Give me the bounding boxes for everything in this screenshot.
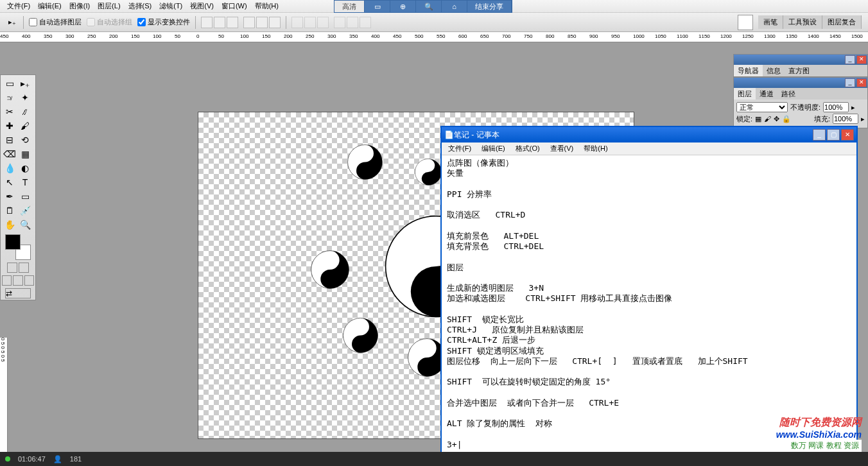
quickmask-mode[interactable]: [19, 263, 29, 273]
pen-tool[interactable]: ✒: [2, 189, 17, 203]
align-left[interactable]: [243, 17, 255, 28]
np-menu-edit[interactable]: 编辑(E): [478, 142, 509, 155]
yinyang-shape[interactable]: [347, 144, 383, 180]
align-bottom[interactable]: [227, 17, 238, 28]
notepad-close[interactable]: ✕: [841, 129, 854, 141]
marquee-tool[interactable]: ▭: [2, 76, 17, 91]
svg-point-17: [424, 365, 430, 370]
tab-tool-presets[interactable]: 工具预设: [783, 15, 822, 29]
standard-mode[interactable]: [7, 263, 17, 273]
type-tool[interactable]: T: [17, 175, 33, 189]
gradient-tool[interactable]: ▦: [17, 147, 33, 161]
notepad-textarea[interactable]: 点阵图（像素图） 矢量 PPI 分辨率 取消选区 CTRL+D 填充前景色 AL…: [442, 155, 856, 452]
notepad-minimize[interactable]: _: [813, 129, 826, 141]
tab-brushes[interactable]: 画笔: [758, 15, 783, 29]
menu-view[interactable]: 视图(V): [186, 0, 218, 12]
share-zoom-icon[interactable]: 🔍: [416, 1, 442, 12]
np-menu-format[interactable]: 格式(O): [512, 142, 544, 155]
lock-position-icon[interactable]: ✥: [774, 115, 779, 123]
align-right[interactable]: [269, 17, 281, 28]
np-menu-view[interactable]: 查看(V): [546, 142, 578, 155]
slice-tool[interactable]: ⫽: [17, 105, 33, 119]
screen-mode-3[interactable]: [24, 275, 34, 286]
share-hd-button[interactable]: 高清: [334, 1, 365, 12]
yinyang-shape[interactable]: [415, 159, 442, 186]
auto-select-group-checkbox[interactable]: 自动选择组: [87, 17, 132, 27]
shape-tool[interactable]: ▭: [17, 189, 33, 203]
dodge-tool[interactable]: ◐: [17, 161, 33, 175]
align-hcenter[interactable]: [256, 17, 268, 28]
notes-tool[interactable]: 🗒: [2, 203, 17, 218]
tab-paths[interactable]: 路径: [777, 88, 799, 99]
jump-btn[interactable]: ⇄: [5, 288, 31, 298]
hand-tool[interactable]: ✋: [2, 218, 17, 232]
np-menu-file[interactable]: 文件(F): [444, 142, 475, 155]
tab-navigator[interactable]: 导航器: [734, 65, 763, 76]
lock-transparency-icon[interactable]: ▦: [755, 115, 761, 123]
screen-mode-1[interactable]: [2, 275, 12, 286]
menu-layer[interactable]: 图层(L): [94, 0, 124, 12]
lock-pixels-icon[interactable]: 🖌: [764, 115, 771, 123]
share-end-button[interactable]: 结束分享: [467, 1, 512, 12]
menu-filter[interactable]: 滤镜(T): [155, 0, 186, 12]
tab-layer-comps[interactable]: 图层复合: [822, 15, 862, 29]
color-swatches[interactable]: [5, 234, 31, 260]
screen-mode-2[interactable]: [13, 275, 22, 286]
auto-select-layer-checkbox[interactable]: 自动选择图层: [29, 17, 82, 27]
yinyang-shape[interactable]: [311, 250, 349, 289]
dropdown-icon[interactable]: ▸: [851, 103, 855, 112]
yinyang-shape[interactable]: [343, 318, 378, 353]
panel-close[interactable]: ✕: [856, 78, 867, 87]
panel-close[interactable]: ✕: [856, 55, 867, 64]
notepad-window: 📄 笔记 - 记事本 _ ▢ ✕ 文件(F) 编辑(E) 格式(O) 查看(V)…: [440, 126, 858, 453]
tab-info[interactable]: 信息: [763, 65, 785, 76]
brush-tool[interactable]: 🖌: [17, 119, 33, 133]
show-transform-checkbox[interactable]: 显示变换控件: [137, 17, 190, 27]
status-bar: 01:06:47 👤 181: [0, 452, 868, 466]
watermark-line1: 随时下免费资源网: [776, 416, 862, 429]
tab-layers[interactable]: 图层: [734, 88, 756, 99]
eyedropper-tool[interactable]: 💉: [17, 203, 33, 218]
workspace-icon[interactable]: [738, 15, 753, 30]
history-brush-tool[interactable]: ⟲: [17, 133, 33, 147]
wand-tool[interactable]: ✦: [17, 91, 33, 105]
opacity-label: 不透明度:: [790, 103, 820, 112]
panel-minimize[interactable]: _: [845, 78, 855, 87]
align-vcenter[interactable]: [214, 17, 225, 28]
stamp-tool[interactable]: ⊟: [2, 133, 17, 147]
menu-image[interactable]: 图像(I): [65, 0, 94, 12]
menu-file[interactable]: 文件(F): [3, 0, 34, 12]
np-menu-help[interactable]: 帮助(H): [580, 142, 611, 155]
menu-select[interactable]: 选择(S): [125, 0, 156, 12]
dropdown-icon[interactable]: ▸: [861, 115, 865, 123]
menu-window[interactable]: 窗口(W): [218, 0, 251, 12]
blend-mode-select[interactable]: 正常: [736, 102, 788, 112]
foreground-color[interactable]: [5, 234, 21, 250]
fill-input[interactable]: [833, 114, 858, 124]
screen-share-bar: 高清 ▭ ⊕ 🔍 ⌂ 结束分享: [334, 0, 512, 13]
crop-tool[interactable]: ✂: [2, 105, 17, 119]
lasso-tool[interactable]: ⟉: [2, 91, 17, 105]
blur-tool[interactable]: 💧: [2, 161, 17, 175]
path-tool[interactable]: ↖: [2, 175, 17, 189]
watermark: 随时下免费资源网 www.SuiShiXia.com 数万 网课 教程 资源: [776, 416, 862, 452]
tab-channels[interactable]: 通道: [756, 88, 777, 99]
menu-help[interactable]: 帮助(H): [251, 0, 282, 12]
opacity-input[interactable]: [823, 102, 849, 112]
menu-edit[interactable]: 编辑(E): [34, 0, 65, 12]
lock-all-icon[interactable]: 🔒: [782, 115, 791, 123]
eraser-tool[interactable]: ⌫: [2, 147, 17, 161]
share-target-icon[interactable]: ⊕: [390, 1, 416, 12]
panel-minimize[interactable]: _: [845, 55, 855, 64]
align-top[interactable]: [201, 17, 213, 28]
navigator-panel: _ ✕ 导航器 信息 直方图: [733, 54, 868, 77]
share-home-icon[interactable]: ⌂: [442, 1, 467, 12]
notepad-maximize[interactable]: ▢: [827, 129, 840, 141]
share-rect-icon[interactable]: ▭: [365, 1, 390, 12]
zoom-tool[interactable]: 🔍: [17, 218, 33, 232]
tab-histogram[interactable]: 直方图: [785, 65, 813, 76]
notepad-titlebar[interactable]: 📄 笔记 - 记事本 _ ▢ ✕: [442, 127, 856, 142]
svg-point-5: [426, 177, 430, 180]
move-tool[interactable]: ▸₊: [17, 76, 33, 91]
heal-tool[interactable]: ✚: [2, 119, 17, 133]
